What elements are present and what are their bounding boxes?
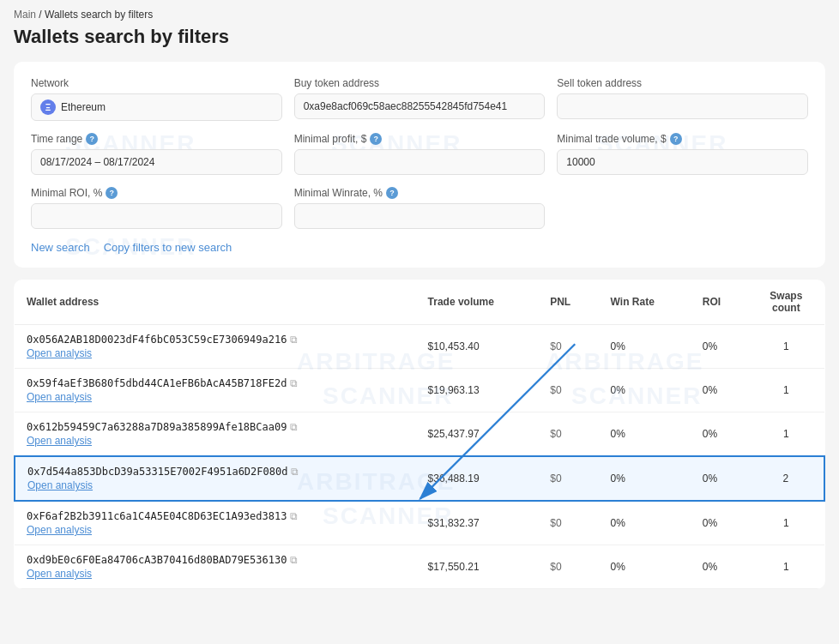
open-analysis-link[interactable]: Open analysis: [27, 524, 404, 536]
minimal-trade-vol-label: Minimal trade volume, $ ?: [557, 133, 808, 145]
table-row: 0x7d544a853DbcD39a53315E7002F4951a6D2F08…: [15, 456, 824, 501]
wallet-cell: 0x7d544a853DbcD39a53315E7002F4951a6D2F08…: [15, 456, 416, 501]
pnl-value: $0: [538, 501, 598, 545]
swaps-count: 1: [748, 412, 824, 457]
wallet-address: 0x59f4aEf3B680f5dbd44CA1eFB6bAcA45B718FE…: [27, 377, 404, 389]
actions-row: New search Copy filters to new search: [31, 241, 808, 254]
filter-row-1: Network Ξ Ethereum Buy token address Sel…: [31, 77, 808, 121]
minimal-trade-vol-help-icon[interactable]: ?: [670, 133, 682, 145]
empty-group: [557, 187, 808, 229]
minimal-roi-help-icon[interactable]: ?: [106, 187, 118, 199]
wallet-cell: 0xd9bE0c6F0Ea84706cA3B70416d80BAD79E5361…: [15, 545, 416, 589]
pnl-value: $0: [538, 325, 598, 369]
open-analysis-link[interactable]: Open analysis: [27, 479, 404, 491]
time-range-label: Time range ?: [31, 133, 282, 145]
win-rate: 0%: [599, 545, 691, 589]
minimal-profit-help-icon[interactable]: ?: [370, 133, 382, 145]
swaps-count: 1: [748, 325, 824, 369]
col-swaps-count: Swapscount: [748, 280, 824, 325]
results-card: ARBITRAGE SCANNER ARBITRAGE SCANNER ARBI…: [14, 280, 825, 589]
network-value: Ethereum: [61, 101, 106, 113]
pnl-value: $0: [538, 456, 598, 501]
swaps-count: 1: [748, 369, 824, 412]
minimal-roi-input[interactable]: [31, 203, 282, 229]
minimal-winrate-input[interactable]: [294, 203, 546, 229]
swaps-count: 1: [748, 501, 824, 545]
buy-token-input[interactable]: [294, 93, 546, 119]
buy-token-label: Buy token address: [294, 77, 546, 89]
win-rate: 0%: [599, 325, 691, 369]
col-trade-volume: Trade volume: [416, 280, 539, 325]
wallet-cell: 0x612b59459C7a63288a7D89a385899Afe18BCaa…: [15, 412, 416, 457]
time-range-input[interactable]: [31, 149, 282, 175]
minimal-trade-vol-input[interactable]: [557, 149, 808, 175]
roi: 0%: [691, 325, 748, 369]
wallet-address: 0xF6af2B2b3911c6a1C4A5E04C8D63EC1A93ed38…: [27, 510, 404, 522]
copy-icon[interactable]: ⧉: [290, 510, 298, 522]
filter-row-3: Minimal ROI, % ? Minimal Winrate, % ?: [31, 187, 808, 229]
win-rate: 0%: [599, 501, 691, 545]
col-roi: ROI: [691, 280, 748, 325]
network-select[interactable]: Ξ Ethereum: [31, 93, 282, 121]
table-row: 0x59f4aEf3B680f5dbd44CA1eFB6bAcA45B718FE…: [15, 369, 824, 412]
copy-icon[interactable]: ⧉: [290, 421, 298, 433]
wallet-address: 0x7d544a853DbcD39a53315E7002F4951a6D2F08…: [27, 466, 404, 478]
network-group: Network Ξ Ethereum: [31, 77, 282, 121]
copy-filters-link[interactable]: Copy filters to new search: [104, 241, 232, 254]
minimal-roi-group: Minimal ROI, % ?: [31, 187, 282, 229]
minimal-profit-input[interactable]: [294, 149, 546, 175]
roi: 0%: [691, 456, 748, 501]
table-row: 0xd9bE0c6F0Ea84706cA3B70416d80BAD79E5361…: [15, 545, 824, 589]
swaps-count: 2: [748, 456, 824, 501]
pnl-value: $0: [538, 545, 598, 589]
copy-icon[interactable]: ⧉: [291, 466, 299, 478]
table-row: 0xF6af2B2b3911c6a1C4A5E04C8D63EC1A93ed38…: [15, 501, 824, 545]
pnl-value: $0: [538, 369, 598, 412]
pnl-value: $0: [538, 412, 598, 457]
trade-volume: $36,488.19: [416, 456, 539, 501]
open-analysis-link[interactable]: Open analysis: [27, 391, 404, 403]
col-win-rate: Win Rate: [599, 280, 691, 325]
time-range-help-icon[interactable]: ?: [86, 133, 98, 145]
wallet-address: 0x056A2AB18D0023dF4f6bC053C59cE7306949a2…: [27, 334, 404, 346]
roi: 0%: [691, 369, 748, 412]
table-body: 0x056A2AB18D0023dF4f6bC053C59cE7306949a2…: [15, 325, 824, 589]
sell-token-group: Sell token address: [557, 77, 808, 121]
page-title: Wallets search by filters: [14, 26, 825, 48]
col-wallet-address: Wallet address: [15, 280, 416, 325]
copy-icon[interactable]: ⧉: [290, 334, 298, 346]
copy-icon[interactable]: ⧉: [290, 554, 298, 566]
open-analysis-link[interactable]: Open analysis: [27, 568, 404, 580]
win-rate: 0%: [599, 369, 691, 412]
wallet-address: 0x612b59459C7a63288a7D89a385899Afe18BCaa…: [27, 421, 404, 433]
sell-token-label: Sell token address: [557, 77, 808, 89]
filter-card: ARBITRAGE SCANNER ARBITRAGE SCANNER ARBI…: [14, 62, 825, 268]
breadcrumb-parent[interactable]: Main: [14, 9, 36, 21]
wallet-cell: 0xF6af2B2b3911c6a1C4A5E04C8D63EC1A93ed38…: [15, 501, 416, 545]
open-analysis-link[interactable]: Open analysis: [27, 435, 404, 447]
trade-volume: $17,550.21: [416, 545, 539, 589]
win-rate: 0%: [599, 412, 691, 457]
new-search-link[interactable]: New search: [31, 241, 90, 254]
wallet-cell: 0x59f4aEf3B680f5dbd44CA1eFB6bAcA45B718FE…: [15, 369, 416, 412]
minimal-winrate-help-icon[interactable]: ?: [386, 187, 398, 199]
breadcrumb: Main / Wallets search by filters: [14, 9, 825, 21]
minimal-profit-group: Minimal profit, $ ?: [294, 133, 546, 175]
minimal-roi-label: Minimal ROI, % ?: [31, 187, 282, 199]
trade-volume: $10,453.40: [416, 325, 539, 369]
trade-volume: $19,963.13: [416, 369, 539, 412]
breadcrumb-current: Wallets search by filters: [45, 9, 153, 21]
eth-icon: Ξ: [40, 99, 56, 115]
copy-icon[interactable]: ⧉: [290, 377, 298, 389]
time-range-group: Time range ?: [31, 133, 282, 175]
open-analysis-link[interactable]: Open analysis: [27, 347, 404, 359]
table-row: 0x056A2AB18D0023dF4f6bC053C59cE7306949a2…: [15, 325, 824, 369]
filter-row-2: Time range ? Minimal profit, $ ? Minimal…: [31, 133, 808, 175]
minimal-profit-label: Minimal profit, $ ?: [294, 133, 546, 145]
wallet-address: 0xd9bE0c6F0Ea84706cA3B70416d80BAD79E5361…: [27, 554, 404, 566]
col-pnl: PNL: [538, 280, 598, 325]
wallet-cell: 0x056A2AB18D0023dF4f6bC053C59cE7306949a2…: [15, 325, 416, 369]
results-table: Wallet address Trade volume PNL Win Rate…: [14, 280, 825, 589]
sell-token-input[interactable]: [557, 93, 808, 119]
table-header: Wallet address Trade volume PNL Win Rate…: [15, 280, 824, 325]
